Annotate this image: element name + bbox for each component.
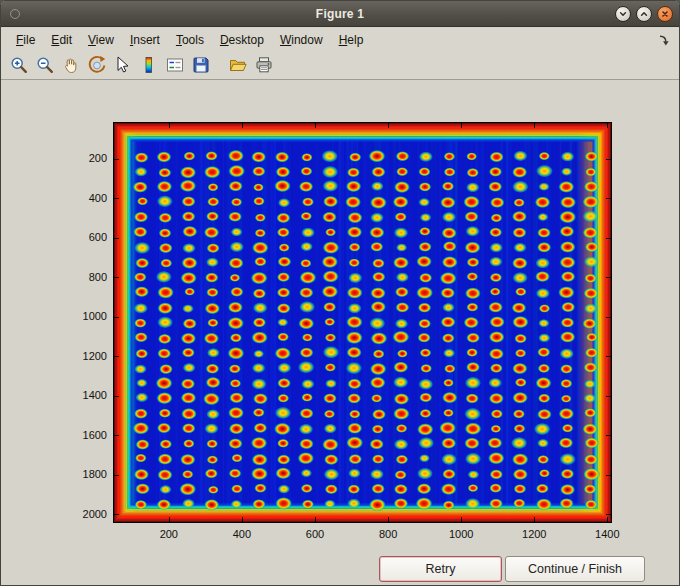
chevron-down-icon — [618, 9, 628, 19]
y-tick-label: 1400 — [61, 389, 107, 402]
save-figure-icon — [191, 55, 211, 75]
maximize-button[interactable] — [636, 6, 652, 22]
x-tick-label: 800 — [379, 528, 397, 541]
x-tick-label: 400 — [233, 528, 251, 541]
figure-toolbar — [1, 51, 679, 80]
minimize-button[interactable] — [615, 6, 631, 22]
save-figure-button[interactable] — [189, 53, 213, 77]
plot-axes — [113, 122, 612, 523]
toolbar-separator — [215, 55, 224, 75]
x-tick-label: 1000 — [449, 528, 473, 541]
menubar: FileEditViewInsertToolsDesktopWindowHelp — [1, 28, 679, 51]
menubar-items: FileEditViewInsertToolsDesktopWindowHelp — [8, 29, 371, 51]
insert-legend-icon — [165, 55, 185, 75]
x-tick-label: 1400 — [595, 528, 619, 541]
zoom-out-button[interactable] — [33, 53, 57, 77]
menu-view[interactable]: View — [80, 29, 122, 51]
x-tick-label: 200 — [160, 528, 178, 541]
y-tick-label: 1800 — [61, 468, 107, 481]
y-tick-label: 1600 — [61, 429, 107, 442]
insert-colorbar-button[interactable] — [137, 53, 161, 77]
window-menu-icon[interactable] — [10, 9, 20, 19]
open-file-icon — [228, 55, 248, 75]
menu-help[interactable]: Help — [331, 29, 372, 51]
rotate-3d-button[interactable] — [85, 53, 109, 77]
pan-icon — [61, 55, 81, 75]
y-tick-label: 200 — [61, 152, 107, 165]
y-tick-label: 600 — [61, 231, 107, 244]
plot-canvas[interactable] — [114, 123, 611, 522]
window-title: Figure 1 — [316, 7, 364, 21]
titlebar[interactable]: Figure 1 — [1, 1, 679, 27]
menu-edit[interactable]: Edit — [43, 29, 80, 51]
chevron-up-icon — [639, 9, 649, 19]
menu-overflow-icon[interactable] — [657, 33, 671, 47]
figure-window: Figure 1 FileEditViewInsertToolsDesktopW… — [0, 0, 680, 586]
open-file-button[interactable] — [226, 53, 250, 77]
data-cursor-icon — [113, 55, 133, 75]
menu-window[interactable]: Window — [272, 29, 331, 51]
y-tick-label: 400 — [61, 192, 107, 205]
insert-legend-button[interactable] — [163, 53, 187, 77]
y-tick-label: 1200 — [61, 350, 107, 363]
print-figure-icon — [254, 55, 274, 75]
window-controls — [615, 6, 673, 22]
close-button[interactable] — [657, 6, 673, 22]
figure-area: 200400600800100012001400160018002000 200… — [1, 81, 679, 585]
y-tick-label: 800 — [61, 271, 107, 284]
x-tick-label: 1200 — [522, 528, 546, 541]
pan-button[interactable] — [59, 53, 83, 77]
insert-colorbar-icon — [139, 55, 159, 75]
menu-tools[interactable]: Tools — [168, 29, 212, 51]
zoom-in-icon — [9, 55, 29, 75]
print-figure-button[interactable] — [252, 53, 276, 77]
continue-finish-button[interactable]: Continue / Finish — [505, 556, 645, 582]
menu-desktop[interactable]: Desktop — [212, 29, 272, 51]
close-icon — [660, 9, 670, 19]
zoom-out-icon — [35, 55, 55, 75]
rotate-3d-icon — [87, 55, 107, 75]
zoom-in-button[interactable] — [7, 53, 31, 77]
y-tick-label: 2000 — [61, 508, 107, 521]
y-tick-label: 1000 — [61, 310, 107, 323]
retry-button[interactable]: Retry — [379, 556, 502, 582]
x-tick-label: 600 — [306, 528, 324, 541]
menu-file[interactable]: File — [8, 29, 43, 51]
menu-insert[interactable]: Insert — [122, 29, 168, 51]
data-cursor-button[interactable] — [111, 53, 135, 77]
